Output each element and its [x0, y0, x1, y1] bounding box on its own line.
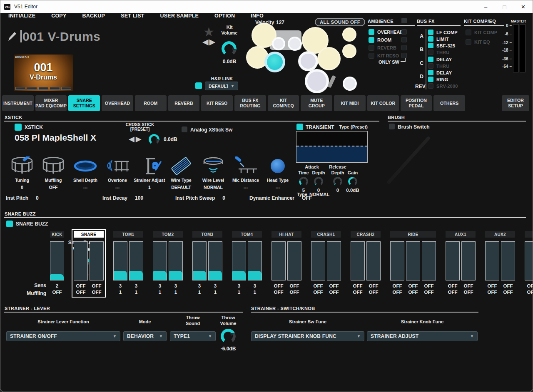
snare-buzz-sens-value[interactable]: 3 [192, 283, 207, 288]
transient-checkbox[interactable] [296, 124, 303, 130]
transient-time-knob-0[interactable] [299, 177, 308, 186]
strainer-mode-select[interactable]: BEHAVIOR▼ [123, 331, 167, 341]
snare-buzz-bar[interactable] [50, 241, 64, 280]
snare-buzz-muffling-value[interactable]: 1 [208, 290, 222, 295]
snare-buzz-muffling-value[interactable]: OFF [366, 290, 381, 295]
bus-fx-checkbox[interactable] [428, 83, 433, 89]
kit-comp-eq-checkbox[interactable] [466, 39, 471, 45]
snare-buzz-muffling-value[interactable]: OFF [485, 290, 499, 295]
snare-buzz-bar[interactable] [461, 241, 476, 280]
tab-bus-fx-routing[interactable]: BUS FX ROUTING [234, 95, 266, 111]
menu-item-user-sample[interactable]: USER SAMPLE [152, 13, 207, 19]
pad-kick[interactable] [305, 69, 329, 93]
all-sound-off-button[interactable]: ALL SOUND OFF [315, 18, 365, 26]
snare-buzz-sens-value[interactable]: 3 [129, 283, 143, 288]
inst-param-head-type[interactable]: Head Type--- [262, 156, 294, 190]
pad-aux-3[interactable] [343, 77, 357, 91]
cross-stick-arrows[interactable]: ◀▶ [129, 134, 143, 144]
snare-buzz-bar[interactable] [406, 241, 420, 280]
ambience-room-checkbox[interactable] [369, 37, 374, 43]
snare-buzz-sens-value[interactable]: OFF [311, 283, 325, 288]
snare-buzz-muffling-value[interactable]: OFF [406, 290, 420, 295]
bus-fx-checkbox[interactable] [428, 57, 433, 62]
ambience-reverb-checkbox[interactable] [369, 45, 374, 51]
snare-buzz-bar[interactable] [153, 241, 167, 280]
tab-others[interactable]: OTHERS [433, 95, 465, 111]
inst-param-muffling[interactable]: MufflingOFF [37, 156, 70, 190]
tab-mixer-pad-eq-comp[interactable]: MIXER PAD EQ/COMP [35, 95, 67, 111]
inst-param-mic-distance[interactable]: Mic Distance--- [229, 156, 262, 190]
tab-kit-reso[interactable]: KIT RESO [201, 95, 233, 111]
inst-param-wire-type[interactable]: Wire TypeDEFAULT [165, 156, 197, 190]
xstick-inst-name[interactable]: 058 Pl MapleShell X [15, 133, 96, 143]
bus-fx-checkbox[interactable] [428, 77, 433, 82]
ambience-room-sw-checkbox[interactable] [401, 37, 407, 42]
snare-buzz-muffling-value[interactable]: OFF [327, 290, 341, 295]
snare-buzz-bar[interactable] [525, 241, 533, 280]
snare-buzz-muffling-value[interactable]: OFF [501, 290, 515, 295]
strainer-knob-func-select[interactable]: STRAINER ADJUST▼ [367, 331, 478, 341]
snare-buzz-bar[interactable] [113, 241, 127, 280]
ambience-kit-reso-sw-checkbox[interactable] [401, 53, 407, 58]
ambience-overhead-sw-checkbox[interactable] [401, 29, 407, 35]
menu-item-set-list[interactable]: SET LIST [113, 13, 152, 19]
snare-buzz-sens-value[interactable]: OFF [525, 283, 533, 288]
snare-buzz-bar[interactable] [271, 241, 286, 280]
snare-buzz-muffling-value[interactable]: OFF [525, 290, 533, 295]
snare-buzz-muffling-value[interactable]: OFF [446, 290, 460, 295]
snare-buzz-bar[interactable] [192, 241, 207, 280]
menu-item-info[interactable]: INFO [243, 13, 271, 19]
ambience-overhead-checkbox[interactable] [369, 29, 374, 35]
snare-buzz-muffling-value[interactable]: OFF [287, 290, 301, 295]
tab-snare-settings[interactable]: SNARE SETTINGS [68, 95, 100, 111]
strainer-lever-function-select[interactable]: STRAINER ON/OFF▼ [6, 331, 120, 341]
pad-ride[interactable] [317, 47, 341, 70]
snare-buzz-bar[interactable] [248, 241, 262, 280]
pad-snare-selected[interactable] [264, 52, 285, 72]
snare-buzz-bar[interactable] [129, 241, 143, 280]
snare-buzz-sens-value[interactable]: OFF [390, 283, 404, 288]
menu-item-copy[interactable]: COPY [43, 13, 74, 19]
snare-buzz-muffling-value[interactable]: OFF [50, 290, 64, 295]
snare-buzz-bar[interactable] [232, 241, 246, 280]
snare-buzz-muffling-value[interactable]: OFF [74, 290, 88, 295]
tab-editor-setup[interactable]: EDITOR SETUP [502, 95, 529, 111]
snare-buzz-muffling-value[interactable]: OFF [271, 290, 286, 295]
hr-link-select[interactable]: DEFAULT ▼ [205, 82, 238, 90]
snare-buzz-muffling-value[interactable]: OFF [311, 290, 325, 295]
cross-stick-volume-knob[interactable] [149, 134, 159, 145]
xstick-checkbox[interactable] [15, 124, 22, 131]
analog-xstick-checkbox[interactable] [182, 127, 187, 132]
kit-name[interactable]: 001 V-Drums [18, 30, 100, 44]
snare-buzz-muffling-value[interactable]: 1 [153, 290, 167, 295]
ambience-reverb-sw-checkbox[interactable] [401, 45, 407, 50]
tab-mute-group[interactable]: MUTE GROUP [301, 95, 332, 111]
maximize-button[interactable]: ◻ [495, 0, 514, 13]
hr-link-checkbox[interactable] [195, 82, 202, 89]
bus-fx-checkbox[interactable] [428, 30, 433, 35]
snare-buzz-muffling-value[interactable]: OFF [461, 290, 476, 295]
snare-buzz-muffling-value[interactable]: 1 [169, 290, 183, 295]
snare-buzz-sens-value[interactable]: OFF [485, 283, 499, 288]
snare-buzz-bar[interactable] [287, 241, 301, 280]
snare-buzz-bar[interactable] [422, 241, 436, 280]
kit-thumbnail[interactable]: DRUM KIT 001 V-Drums [14, 55, 73, 91]
snare-buzz-sens-value[interactable]: 3 [169, 283, 183, 288]
snare-buzz-muffling-value[interactable]: 1 [232, 290, 246, 295]
snare-buzz-muffling-value[interactable]: OFF [351, 290, 365, 295]
tab-reverb[interactable]: REVERB [168, 95, 200, 111]
snare-buzz-sens-value[interactable]: 2 [50, 283, 64, 288]
snare-buzz-bar[interactable] [169, 241, 183, 280]
ambience-kit-reso-checkbox[interactable] [369, 53, 374, 59]
snare-buzz-sens-value[interactable]: 3 [248, 283, 262, 288]
snare-buzz-bar[interactable] [351, 241, 365, 280]
kit-comp-eq-checkbox[interactable] [466, 30, 471, 35]
snare-buzz-sens-value[interactable]: OFF [461, 283, 476, 288]
tab-kit-comp-eq[interactable]: KIT COMP/EQ [268, 95, 299, 111]
bus-fx-checkbox[interactable] [428, 63, 433, 69]
snare-buzz-bar[interactable] [390, 241, 404, 280]
tab-kit-color[interactable]: KIT COLOR [367, 95, 399, 111]
menu-item-option[interactable]: OPTION [207, 13, 243, 19]
snare-buzz-sens-value[interactable]: OFF [406, 283, 420, 288]
snare-buzz-muffling-value[interactable]: 1 [192, 290, 207, 295]
